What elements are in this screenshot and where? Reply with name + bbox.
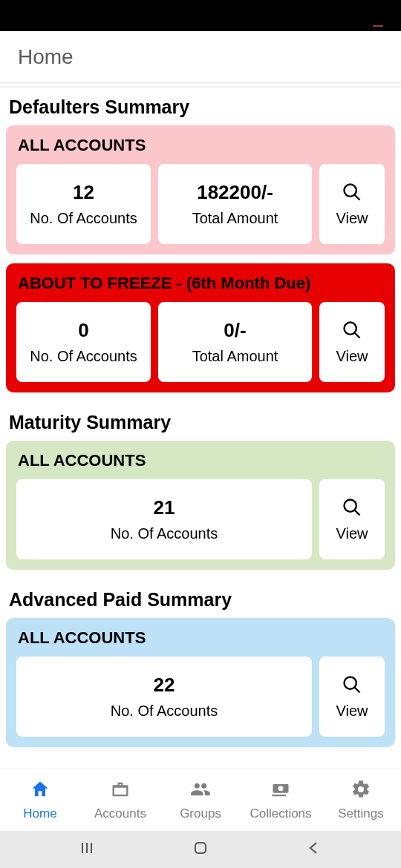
device-status-bar (0, 0, 401, 31)
about-to-freeze-panel: ABOUT TO FREEZE - (6th Month Due) 0 No. … (6, 263, 395, 392)
nav-settings[interactable]: Settings (321, 769, 401, 831)
panel-heading: ALL ACCOUNTS (16, 628, 385, 648)
view-label: View (336, 525, 368, 542)
maturity-all-accounts-panel: ALL ACCOUNTS 21 No. Of Accounts View (6, 441, 395, 570)
nav-home[interactable]: Home (0, 769, 80, 831)
total-amount-value: 0/- (224, 319, 246, 342)
nav-label: Groups (180, 806, 221, 821)
total-amount-card: 0/- Total Amount (158, 302, 312, 382)
nav-label: Accounts (94, 806, 146, 821)
payments-icon (270, 779, 291, 803)
total-amount-value: 182200/- (197, 181, 273, 204)
svg-point-6 (345, 677, 356, 688)
accounts-count-label: No. Of Accounts (111, 703, 218, 720)
accounts-count-value: 21 (154, 496, 175, 519)
total-amount-label: Total Amount (192, 210, 278, 227)
search-icon (342, 674, 362, 698)
gear-icon (351, 779, 371, 803)
svg-point-2 (345, 322, 356, 334)
defaulters-summary-title: Defaulters Summary (6, 86, 395, 125)
maturity-summary-title: Maturity Summary (6, 401, 395, 441)
view-label: View (336, 703, 368, 720)
accounts-count-card: 21 No. Of Accounts (16, 479, 312, 559)
accounts-count-label: No. Of Accounts (30, 210, 137, 227)
nav-label: Home (23, 806, 56, 821)
bottom-navigation: Home Accounts Groups Collections Setting… (0, 769, 401, 831)
search-icon (342, 320, 362, 343)
people-icon (190, 779, 211, 803)
svg-line-3 (355, 332, 360, 338)
system-navigation-bar (0, 831, 401, 868)
total-amount-card: 182200/- Total Amount (158, 164, 312, 244)
view-button[interactable]: View (319, 479, 385, 559)
search-icon (342, 182, 362, 206)
home-icon (30, 779, 50, 803)
view-button[interactable]: View (319, 657, 385, 737)
defaulters-all-accounts-panel: ALL ACCOUNTS 12 No. Of Accounts 182200/-… (6, 125, 395, 254)
accounts-count-card: 12 No. Of Accounts (16, 164, 151, 244)
total-amount-label: Total Amount (192, 348, 278, 365)
status-indicator (373, 25, 383, 27)
svg-rect-11 (195, 843, 206, 853)
search-icon (342, 497, 362, 521)
accounts-count-card: 0 No. Of Accounts (16, 302, 151, 382)
svg-line-7 (355, 687, 360, 692)
accounts-count-value: 0 (78, 319, 88, 342)
panel-heading: ALL ACCOUNTS (16, 136, 385, 155)
view-button[interactable]: View (319, 302, 385, 382)
accounts-count-value: 22 (154, 674, 175, 697)
view-label: View (336, 210, 368, 227)
nav-collections[interactable]: Collections (241, 769, 321, 831)
accounts-count-label: No. Of Accounts (111, 525, 218, 542)
advanced-all-accounts-panel: ALL ACCOUNTS 22 No. Of Accounts View (6, 618, 395, 747)
panel-heading: ABOUT TO FREEZE - (6th Month Due) (16, 274, 385, 293)
panel-heading: ALL ACCOUNTS (16, 451, 385, 470)
page-title: Home (18, 45, 74, 69)
main-content: Defaulters Summary ALL ACCOUNTS 12 No. O… (0, 86, 401, 769)
view-button[interactable]: View (319, 164, 385, 244)
accounts-count-label: No. Of Accounts (30, 348, 137, 365)
svg-line-5 (355, 510, 360, 515)
app-bar: Home (0, 31, 401, 83)
advanced-paid-summary-title: Advanced Paid Summary (6, 579, 395, 618)
nav-accounts[interactable]: Accounts (80, 769, 160, 831)
briefcase-icon (110, 779, 131, 803)
nav-label: Collections (250, 806, 311, 821)
accounts-count-value: 12 (73, 181, 94, 204)
view-label: View (336, 348, 368, 365)
nav-label: Settings (338, 806, 383, 821)
recents-button[interactable] (78, 839, 96, 860)
back-button[interactable] (305, 839, 323, 860)
svg-point-0 (345, 184, 356, 196)
home-button[interactable] (192, 839, 209, 860)
svg-point-4 (345, 499, 356, 511)
accounts-count-card: 22 No. Of Accounts (16, 657, 312, 737)
svg-line-1 (355, 194, 360, 200)
nav-groups[interactable]: Groups (160, 769, 241, 831)
